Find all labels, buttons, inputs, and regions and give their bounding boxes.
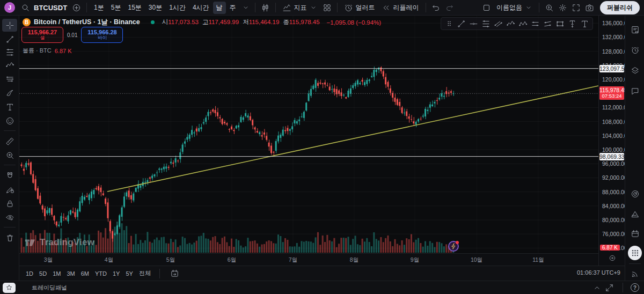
fib-retracement-icon[interactable] <box>480 18 492 30</box>
compare-add-icon[interactable] <box>70 2 83 14</box>
chevron-down-icon <box>310 4 317 11</box>
time-axis[interactable]: 3월4월5월6월7월8월9월10월11월 <box>19 253 598 266</box>
horizontal-ray-icon[interactable] <box>467 18 480 30</box>
elliott-wave-icon[interactable] <box>504 18 517 30</box>
remove-objects-tool[interactable] <box>2 231 17 244</box>
parallel-channel-icon[interactable] <box>492 18 504 30</box>
price-scale-settings-icon[interactable] <box>609 254 616 262</box>
trend-line-icon[interactable] <box>455 18 467 30</box>
quick-search-icon[interactable] <box>543 2 555 14</box>
alerts-clock-icon[interactable] <box>628 43 642 57</box>
event-bolt-badge[interactable] <box>448 241 459 252</box>
trading-panel-tab[interactable]: 트레이딩패널 <box>32 284 67 292</box>
candlestick-chart[interactable] <box>19 16 598 253</box>
panel-maximize-icon[interactable] <box>603 282 616 294</box>
chart-style-icon[interactable] <box>259 2 272 14</box>
timeframe-4시간[interactable]: 4시간 <box>189 2 213 14</box>
timeframe-1분[interactable]: 1분 <box>91 2 107 14</box>
brush-tool[interactable] <box>2 86 17 99</box>
timeframe-30분[interactable]: 30분 <box>145 2 165 14</box>
text-icon[interactable] <box>579 18 591 30</box>
elliott-wave-tool[interactable] <box>2 58 17 71</box>
volume-legend[interactable]: 볼륨 · BTC 6.87 K <box>23 47 72 55</box>
user-avatar[interactable]: J <box>4 2 15 13</box>
forecast-tool[interactable] <box>2 72 17 85</box>
flat-channel-icon[interactable] <box>529 18 541 30</box>
hide-drawings-tool[interactable] <box>2 211 17 224</box>
magnet-mode-tool[interactable] <box>2 169 17 182</box>
level-price-label[interactable]: 98,069.33 <box>599 153 624 160</box>
text-tool[interactable] <box>2 100 17 113</box>
chart-pane[interactable]: B Bitcoin / TetherUS · 1날 · Binance 시117… <box>19 16 598 253</box>
order-panel: 115,966.27 셀 0.01 115,966.28 바이 <box>21 27 123 43</box>
symbol-legend[interactable]: B Bitcoin / TetherUS · 1날 · Binance 시117… <box>23 18 381 27</box>
symbol-name[interactable]: BTCUSDT <box>34 4 67 12</box>
favorites-star-button[interactable] <box>3 283 16 293</box>
timeframe-dropdown-icon[interactable] <box>240 2 251 13</box>
timeframe-5분[interactable]: 5분 <box>108 2 125 14</box>
range-1M[interactable]: 1M <box>53 270 61 277</box>
lock-drawings-tool[interactable] <box>2 197 17 210</box>
settings-gear-icon[interactable] <box>557 2 569 14</box>
ohlc-종: 종115,978.45 <box>283 18 319 26</box>
anchored-text-icon[interactable] <box>566 18 579 30</box>
range-전체[interactable]: 전체 <box>139 269 151 277</box>
disjoint-channel-icon[interactable] <box>541 18 554 30</box>
ideas-target-icon[interactable] <box>628 187 642 201</box>
panel-expand-caret-icon[interactable] <box>591 282 603 294</box>
layout-name-button[interactable]: 이름없음 <box>494 2 535 14</box>
last-price-label[interactable]: 115,978.4507:53:24 <box>599 86 624 100</box>
alert-button[interactable]: 얼러트 <box>341 2 378 14</box>
sell-button[interactable]: 115,966.27 셀 <box>21 27 63 43</box>
range-group: 1D5D1M3M6MYTD1Y5Y전체 <box>26 269 151 277</box>
undo-button[interactable] <box>430 2 442 14</box>
stay-drawing-mode-tool[interactable] <box>2 183 17 196</box>
save-layout-icon[interactable] <box>480 2 493 14</box>
buy-button[interactable]: 115,966.28 바이 <box>81 27 123 43</box>
snapshot-camera-icon[interactable] <box>583 2 596 14</box>
help-button[interactable]: ? <box>629 282 641 293</box>
streams-signal-icon[interactable] <box>628 267 642 281</box>
divider <box>86 3 87 12</box>
rectangle-icon[interactable] <box>554 18 566 30</box>
range-6M[interactable]: 6M <box>81 270 89 277</box>
toolbar-drag-handle[interactable] <box>443 18 455 30</box>
timeframe-1시간[interactable]: 1시간 <box>166 2 189 14</box>
range-1Y[interactable]: 1Y <box>113 270 120 277</box>
timeframe-주[interactable]: 주 <box>226 2 239 14</box>
search-icon[interactable] <box>19 2 32 14</box>
indicators-button[interactable]: 지표 <box>280 2 320 14</box>
fib-retracement-tool[interactable] <box>2 46 17 58</box>
legend-title[interactable]: Bitcoin / TetherUS · 1날 · Binance <box>34 18 140 27</box>
fullscreen-icon[interactable] <box>570 2 582 14</box>
tradingview-logo-icon <box>24 237 36 248</box>
zoom-in-tool[interactable] <box>2 149 17 161</box>
publish-button[interactable]: 퍼블리쉬 <box>600 1 640 14</box>
xabcd-pattern-icon[interactable] <box>517 18 529 30</box>
range-5D[interactable]: 5D <box>39 270 47 277</box>
watchlist-icon[interactable] <box>628 23 642 36</box>
range-YTD[interactable]: YTD <box>95 270 107 277</box>
range-3M[interactable]: 3M <box>67 270 75 277</box>
trend-line-tool[interactable] <box>2 33 17 46</box>
chat-icon[interactable] <box>628 84 642 98</box>
range-5Y[interactable]: 5Y <box>126 270 133 277</box>
month-tick: 9월 <box>411 256 419 264</box>
emoji-tool[interactable] <box>2 114 17 127</box>
range-1D[interactable]: 1D <box>26 270 33 277</box>
level-price-label[interactable]: 123,097.59 <box>599 65 624 72</box>
go-to-date-icon[interactable] <box>169 267 181 280</box>
layers-icon[interactable] <box>628 63 642 77</box>
price-scale[interactable]: 136,000.00132,000.00128,000.00124,000.00… <box>598 16 625 266</box>
minds-icon[interactable] <box>628 207 642 221</box>
measure-ruler-tool[interactable] <box>2 135 17 148</box>
clock-timezone[interactable]: 01:06:37 UTC+9 <box>577 269 620 276</box>
crosshair-tool[interactable] <box>2 19 17 32</box>
timeframe-15분[interactable]: 15분 <box>125 2 144 14</box>
replay-button[interactable]: 리플레이 <box>379 2 422 14</box>
timeframe-날[interactable]: 날 <box>213 2 226 14</box>
indicator-templates-icon[interactable] <box>321 2 333 14</box>
calendar-icon[interactable] <box>628 226 642 240</box>
redo-button[interactable] <box>443 2 456 14</box>
apps-grid-button[interactable] <box>628 246 642 260</box>
